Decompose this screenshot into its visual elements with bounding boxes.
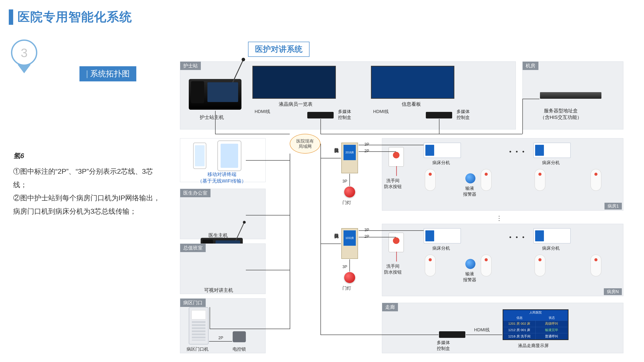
bed-ext-Nb-label: 病床分机 [542, 245, 560, 251]
corridor-col-0: 信息 [516, 316, 522, 320]
server-device [540, 92, 602, 99]
l-trunk-left [290, 154, 290, 329]
zone-duty: 总值班室 [180, 244, 266, 294]
media-box-1 [307, 112, 334, 118]
l-rN-top [359, 230, 424, 231]
l-duty [246, 270, 290, 270]
l-svr [522, 99, 523, 134]
notes-header: 氢6 [13, 149, 162, 163]
remote-1b [481, 169, 492, 191]
corridor-screen: 人民医院 信息 状态 1201 房 002 床高级呼叫 1212 房 001 床… [503, 309, 568, 340]
zone-server-hdr: 机房 [522, 62, 538, 70]
l-gate-v [210, 307, 210, 329]
l-room1 [320, 158, 341, 158]
bed-ext-Nb [533, 228, 571, 244]
door-unit-N-scr: 1032房 [344, 230, 356, 246]
ward-door-label: 病区门口机 [186, 346, 208, 352]
topology-diagram: 护士站 机房 护士站主机 液晶病员一览表 HDMI线 多媒体 控制盒 信息看板 … [180, 61, 636, 356]
remote-1a [425, 169, 436, 191]
zone-room1: 病房1 [382, 138, 623, 211]
l-roomN [320, 244, 341, 244]
corridor-scr-title: 人民医院 [503, 311, 568, 315]
media-box-corridor [439, 331, 465, 338]
iv-alarm-N [465, 259, 476, 269]
c-r1c1: 输液完毕 [536, 327, 568, 333]
dots-rN: • • • [509, 234, 526, 241]
l-nursehost [215, 111, 216, 134]
l-mb2 [439, 119, 440, 134]
l-rN-wc [359, 237, 396, 237]
l-top-h [320, 134, 522, 134]
l-doctor [246, 215, 290, 215]
zone-roomN: 病房N [382, 224, 623, 296]
hub-l1: 医院现有 [296, 138, 314, 144]
door-lamp-1-label: 门灯 [342, 200, 351, 206]
badge-tail-icon [18, 64, 31, 73]
c-r2c0: 1216 房 洗手间 [503, 333, 536, 340]
bed-ext-1a-label: 病床分机 [432, 160, 450, 166]
zone-duty-hdr: 总值班室 [180, 244, 206, 252]
l-mobile [246, 160, 290, 161]
info-board-label: 信息看板 [402, 101, 421, 107]
iv-alarm-N-label: 输液 报警器 [463, 271, 476, 283]
page-title: 医院专用智能化系统 [9, 9, 132, 25]
remote-Nb [481, 255, 492, 277]
door-unit-1-scr: 2016房 [344, 145, 356, 160]
bed-ext-1b [533, 143, 571, 158]
corridor-scr-label: 液晶走廊显示屏 [518, 343, 549, 349]
iv-alarm-1 [465, 173, 476, 183]
door-lamp-N [344, 272, 355, 283]
p2-rN: 2P [364, 234, 369, 239]
hdmi-2: HDMI线 [373, 109, 389, 114]
zone-doctor-hdr: 医生办公室 [180, 189, 210, 197]
server-label: 服务器型地址盒 （含HIS交互功能） [540, 107, 582, 121]
ward-door-device [189, 307, 208, 345]
l-gate [210, 329, 290, 329]
door-lamp-1 [344, 186, 355, 197]
wc-btn-N [388, 233, 404, 252]
p2-gate: 2P [218, 336, 223, 340]
nurse-host-device [189, 79, 242, 110]
tablet-icon [217, 140, 242, 171]
dots-r1: • • • [509, 148, 526, 155]
wc-btn-N-label: 洗手间 防水按钮 [384, 263, 402, 275]
subtitle-tag: 系统拓扑图 [79, 66, 137, 82]
zone-ward-gate-hdr: 病区门口 [180, 299, 206, 307]
corridor-col-1: 状态 [549, 316, 555, 320]
c-r2c1: 普通呼叫 [536, 333, 568, 340]
notes-block: 氢6 ①图中标注的“2P”、“3P”分别表示2芯线、3芯线； ②图中护士站到每个… [13, 149, 162, 218]
bed-ext-1b-label: 病床分机 [542, 160, 560, 166]
bed-ext-Na [424, 228, 461, 244]
lcd-patient-label: 液晶病员一览表 [279, 101, 312, 107]
bed-ext-1a [424, 143, 461, 158]
hub-l2: 局域网 [298, 144, 312, 149]
hdmi-3: HDMI线 [474, 327, 490, 333]
doctor-host-label: 医生主机 [208, 232, 228, 239]
wc-btn-1 [388, 147, 404, 167]
remote-Nc [534, 255, 546, 277]
l-corridor [320, 335, 438, 335]
c-r0c0: 1201 房 002 床 [503, 321, 536, 327]
roomN-tag: 病房N [604, 288, 622, 295]
media-box-2 [426, 112, 452, 118]
note-2: ②图中护士站到每个病房门口机为IP网络输出，病房门口机到病床分机为3芯总线传输； [13, 191, 162, 218]
remote-1d [590, 169, 602, 191]
room1-tag: 病房1 [604, 203, 622, 210]
title-accent [9, 9, 13, 25]
section-badge: 3 [11, 39, 37, 73]
door-unit-N: 1032房 [341, 228, 358, 259]
dots-rooms: ⋮ [496, 215, 504, 222]
zone-doctor: 医生办公室 [180, 189, 266, 239]
l-corridor2 [466, 335, 502, 335]
l-svr-h [522, 99, 540, 99]
media-box-corridor-label: 多媒体 控制盒 [437, 340, 450, 352]
system-label: 医护对讲系统 [248, 42, 310, 57]
elock-device [233, 331, 246, 342]
p3-rNa: 3P [364, 228, 369, 232]
mobile-label: 移动对讲终端 （基于无线WIFI传输） [198, 171, 246, 184]
door-lamp-N-label: 门灯 [342, 285, 351, 291]
elock-label: 电控锁 [233, 346, 246, 352]
line-gate [209, 341, 232, 342]
iv-alarm-1-label: 输液 报警器 [463, 185, 476, 197]
p3-r1a: 3P [364, 142, 369, 147]
